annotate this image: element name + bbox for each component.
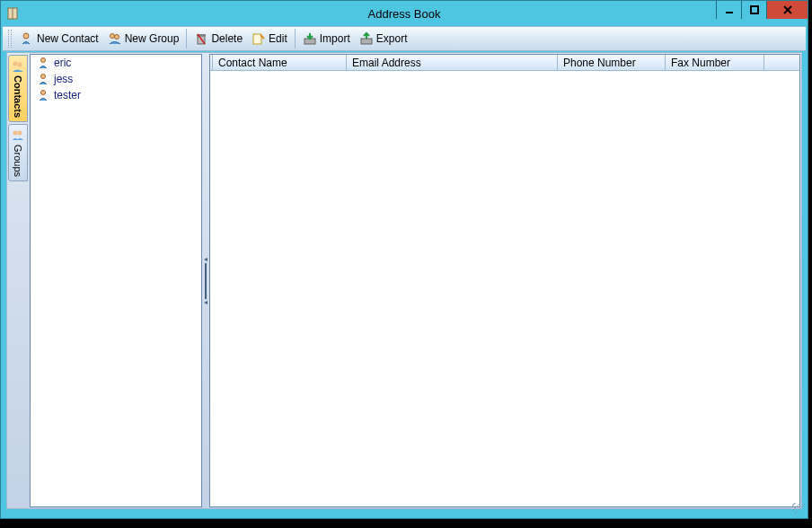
- column-label: Email Address: [352, 57, 421, 69]
- column-label: Fax Number: [671, 57, 730, 69]
- chevron-left-icon: ◂: [204, 256, 207, 263]
- import-label: Import: [320, 32, 350, 45]
- toolbar-separator: [295, 29, 296, 48]
- svg-rect-15: [361, 39, 372, 44]
- toolbar: New Contact New Group Delete Edit Import…: [3, 26, 806, 51]
- new-contact-label: New Contact: [37, 32, 99, 45]
- edit-icon: [252, 31, 266, 46]
- toolbar-grip[interactable]: [8, 30, 12, 48]
- person-icon: [36, 88, 50, 102]
- toolbar-separator: [186, 29, 187, 48]
- svg-point-19: [18, 131, 22, 136]
- tab-contacts-label: Contacts: [13, 75, 23, 118]
- column-contact-name[interactable]: Contact Name: [212, 55, 347, 70]
- tab-contacts[interactable]: Contacts: [8, 55, 28, 122]
- list-body[interactable]: [210, 71, 799, 506]
- tree-item-label: jess: [54, 73, 73, 85]
- svg-rect-3: [751, 6, 758, 13]
- window: Address Book New Contact New Group Delet…: [0, 0, 808, 519]
- tab-groups-label: Groups: [13, 145, 23, 177]
- minimize-button[interactable]: [716, 1, 741, 19]
- edit-label: Edit: [269, 32, 287, 45]
- group-add-icon: [108, 31, 122, 46]
- tree-item-label: tester: [54, 89, 81, 101]
- splitter[interactable]: ◂ ◂: [203, 53, 208, 508]
- svg-point-18: [13, 131, 18, 136]
- svg-point-22: [41, 91, 46, 95]
- column-headers: Contact Name Email Address Phone Number …: [210, 55, 799, 71]
- person-icon: [36, 56, 50, 70]
- svg-point-7: [110, 34, 114, 39]
- new-group-button[interactable]: New Group: [103, 28, 184, 49]
- contacts-icon: [11, 59, 25, 74]
- chevron-left-icon: ◂: [204, 299, 207, 306]
- edit-button[interactable]: Edit: [247, 28, 292, 49]
- column-email-address[interactable]: Email Address: [347, 55, 558, 70]
- delete-icon: [194, 31, 208, 46]
- contact-list[interactable]: Contact Name Email Address Phone Number …: [209, 54, 800, 507]
- column-spacer: [764, 55, 799, 70]
- column-label: Phone Number: [563, 57, 636, 69]
- person-icon: [36, 72, 50, 86]
- svg-rect-2: [726, 12, 733, 13]
- tab-groups[interactable]: Groups: [8, 124, 28, 181]
- person-add-icon: [20, 31, 34, 46]
- resize-grip[interactable]: [792, 503, 805, 515]
- groups-icon: [11, 128, 25, 143]
- tree-item[interactable]: eric: [31, 55, 201, 71]
- tree-item[interactable]: tester: [31, 87, 201, 103]
- svg-point-6: [23, 33, 29, 39]
- tree-item-label: eric: [54, 57, 71, 69]
- side-tabs: Contacts Groups: [7, 53, 29, 508]
- svg-point-20: [41, 58, 46, 63]
- svg-point-21: [41, 75, 46, 79]
- maximize-button[interactable]: [741, 1, 766, 19]
- delete-button[interactable]: Delete: [190, 28, 247, 49]
- import-icon: [303, 31, 317, 46]
- export-label: Export: [376, 32, 408, 45]
- column-phone-number[interactable]: Phone Number: [558, 55, 666, 70]
- column-fax-number[interactable]: Fax Number: [666, 55, 764, 70]
- svg-point-17: [18, 63, 22, 67]
- new-contact-button[interactable]: New Contact: [15, 28, 103, 49]
- client-area: Contacts Groups eric jess tester ◂: [6, 52, 802, 509]
- svg-point-16: [13, 62, 18, 66]
- new-group-label: New Group: [125, 32, 180, 45]
- import-button[interactable]: Import: [298, 28, 355, 49]
- window-title: Address Book: [1, 7, 808, 21]
- contact-tree[interactable]: eric jess tester: [30, 54, 202, 507]
- title-bar[interactable]: Address Book: [1, 1, 808, 26]
- book-icon: [6, 6, 21, 21]
- delete-label: Delete: [211, 32, 243, 45]
- export-icon: [359, 31, 374, 46]
- splitter-grip: [205, 263, 207, 299]
- tree-item[interactable]: jess: [31, 71, 201, 87]
- column-label: Contact Name: [218, 57, 287, 69]
- export-button[interactable]: Export: [355, 28, 412, 49]
- svg-point-8: [114, 35, 119, 40]
- close-button[interactable]: [766, 1, 808, 19]
